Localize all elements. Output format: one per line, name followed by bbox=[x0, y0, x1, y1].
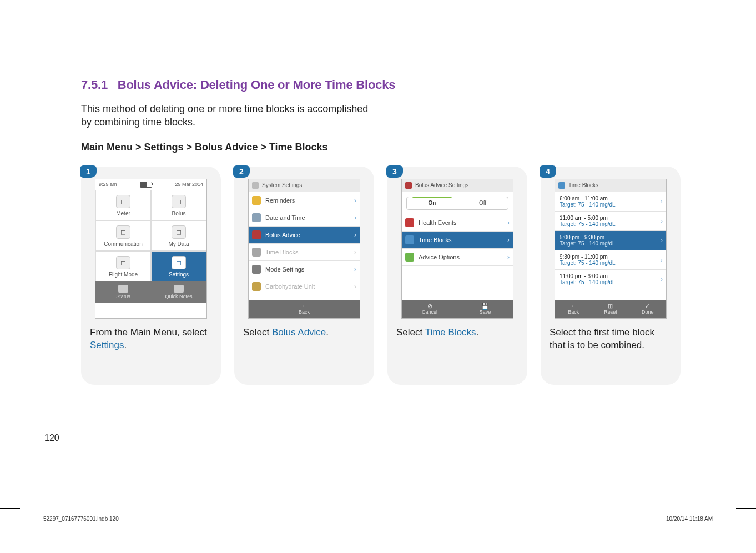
comm-icon: ◻ bbox=[116, 225, 130, 239]
chevron-right-icon: › bbox=[661, 237, 663, 244]
row-label: Advice Options bbox=[419, 254, 460, 260]
footer-save-button[interactable]: 💾Save bbox=[457, 300, 513, 318]
row-label: Health Events bbox=[419, 219, 456, 226]
row-label: Bolus Advice bbox=[265, 232, 300, 238]
mainmenu-settings[interactable]: ◻Settings bbox=[151, 251, 206, 281]
menu-item-bolus-advice[interactable]: Bolus Advice› bbox=[249, 227, 360, 244]
screen-time-blocks: Time Blocks 6:00 am - 11:00 amTarget: 75… bbox=[555, 179, 667, 319]
menu-item-health-events[interactable]: Health Events› bbox=[402, 214, 513, 232]
step-badge: 2 bbox=[233, 165, 250, 178]
menu-item-date-and-time[interactable]: Date and Time› bbox=[249, 209, 360, 227]
row-icon bbox=[252, 213, 261, 222]
time-block-row[interactable]: 11:00 pm - 6:00 amTarget: 75 - 140 mg/dL… bbox=[555, 270, 666, 289]
row-icon bbox=[252, 282, 261, 291]
mainmenu-label: Bolus bbox=[152, 210, 206, 217]
footer-reset-button[interactable]: ⊞Reset bbox=[592, 300, 629, 318]
menu-item-mode-settings[interactable]: Mode Settings› bbox=[249, 261, 360, 278]
time-block-target: Target: 75 - 140 mg/dL bbox=[560, 279, 662, 285]
step-badge: 4 bbox=[540, 165, 556, 178]
footer-back-button[interactable]: ←Back bbox=[555, 300, 592, 318]
chevron-right-icon: › bbox=[661, 256, 663, 264]
row-label: Time Blocks bbox=[265, 249, 299, 255]
on-off-toggle[interactable]: On Off bbox=[406, 197, 508, 210]
footer-done-button[interactable]: ✓Done bbox=[629, 300, 666, 318]
section-title: Bolus Advice: Deleting One or More Time … bbox=[118, 78, 396, 92]
chevron-right-icon: › bbox=[507, 253, 510, 261]
bottom-icon bbox=[174, 285, 184, 293]
menu-item-time-blocks[interactable]: Time Blocks› bbox=[402, 232, 513, 249]
row-label: Time Blocks bbox=[419, 237, 452, 243]
mainmenu-label: Meter bbox=[96, 210, 150, 217]
chevron-right-icon: › bbox=[661, 217, 663, 225]
time-block-target: Target: 75 - 140 mg/dL bbox=[560, 240, 662, 247]
mainmenu-my-data[interactable]: ◻My Data bbox=[151, 220, 206, 251]
menu-item-time-blocks: Time Blocks› bbox=[249, 244, 360, 261]
row-icon bbox=[252, 196, 261, 205]
menu-item-reminders[interactable]: Reminders› bbox=[249, 192, 360, 209]
step-1-caption: From the Main Menu, select Settings. bbox=[88, 326, 214, 352]
file-footer-left: 52297_07167776001.indb 120 bbox=[43, 516, 119, 522]
battery-icon bbox=[140, 182, 152, 188]
mainmenu-bottom-status[interactable]: Status bbox=[95, 281, 151, 303]
meter-icon: ◻ bbox=[116, 195, 130, 208]
row-label: Carbohydrate Unit bbox=[265, 283, 315, 290]
mainmenu-label: Settings bbox=[152, 272, 206, 278]
chevron-right-icon: › bbox=[354, 283, 356, 290]
row-icon bbox=[252, 248, 261, 257]
step-2-caption: Select Bolus Advice. bbox=[241, 326, 367, 339]
time-block-target: Target: 75 - 140 mg/dL bbox=[560, 202, 662, 208]
time-blocks-icon bbox=[558, 182, 565, 189]
menu-item-carbohydrate-unit: Carbohydrate Unit› bbox=[249, 278, 360, 295]
footer-icon: 💾 bbox=[457, 303, 513, 309]
mainmenu-meter[interactable]: ◻Meter bbox=[95, 190, 151, 220]
step-4: 4 Time Blocks 6:00 am - 11:00 amTarget: … bbox=[541, 167, 681, 385]
chevron-right-icon: › bbox=[661, 275, 663, 283]
screen-bolus-advice-settings: Bolus Advice Settings On Off Health Even… bbox=[401, 179, 513, 319]
mainmenu-bottom-quick-notes[interactable]: Quick Notes bbox=[151, 281, 206, 303]
step-3: 3 Bolus Advice Settings On Off Health Ev… bbox=[387, 167, 527, 385]
menu-item-advice-options[interactable]: Advice Options› bbox=[402, 249, 513, 266]
footer-icon: ✓ bbox=[629, 303, 666, 309]
step-3-caption: Select Time Blocks. bbox=[394, 326, 521, 339]
time-block-row[interactable]: 9:30 pm - 11:00 pmTarget: 75 - 140 mg/dL… bbox=[555, 250, 666, 270]
bolus-icon: ◻ bbox=[172, 195, 186, 208]
row-label: Mode Settings bbox=[265, 266, 304, 273]
time-block-range: 11:00 am - 5:00 pm bbox=[560, 215, 662, 221]
footer-icon: ← bbox=[249, 303, 360, 309]
mainmenu-flight-mode[interactable]: ◻Flight Mode bbox=[95, 251, 151, 281]
row-icon bbox=[252, 265, 261, 274]
mainmenu-communication[interactable]: ◻Communication bbox=[95, 220, 151, 251]
time-block-target: Target: 75 - 140 mg/dL bbox=[560, 221, 662, 227]
screen-title: Bolus Advice Settings bbox=[415, 182, 468, 188]
row-icon bbox=[405, 235, 414, 244]
toggle-on[interactable]: On bbox=[407, 197, 457, 209]
footer-cancel-button[interactable]: ⊘Cancel bbox=[402, 300, 457, 318]
chevron-right-icon: › bbox=[354, 231, 356, 239]
mainmenu-label: My Data bbox=[152, 241, 206, 247]
footer-back-button[interactable]: ←Back bbox=[249, 300, 360, 318]
settings-icon: ◻ bbox=[172, 256, 186, 269]
time-block-range: 6:00 am - 11:00 am bbox=[560, 195, 662, 202]
row-icon bbox=[405, 218, 414, 227]
page-content: 7.5.1 Bolus Advice: Deleting One or More… bbox=[81, 78, 681, 385]
intro-text: This method of deleting one or more time… bbox=[81, 102, 370, 129]
row-label: Date and Time bbox=[265, 214, 305, 221]
screen-main-menu: 9:29 am 29 Mar 2014 ◻Meter◻Bolus◻Communi… bbox=[95, 179, 207, 319]
mainmenu-bolus[interactable]: ◻Bolus bbox=[151, 190, 206, 220]
screen-title: Time Blocks bbox=[568, 182, 598, 188]
toggle-off[interactable]: Off bbox=[457, 197, 508, 209]
time-block-row[interactable]: 6:00 am - 11:00 amTarget: 75 - 140 mg/dL… bbox=[555, 192, 666, 212]
file-footer: 52297_07167776001.indb 120 10/20/14 11:1… bbox=[43, 516, 713, 522]
time-block-row[interactable]: 11:00 am - 5:00 pmTarget: 75 - 140 mg/dL… bbox=[555, 212, 666, 231]
mydata-icon: ◻ bbox=[172, 225, 186, 239]
chevron-right-icon: › bbox=[507, 236, 510, 244]
footer-icon: ← bbox=[555, 303, 592, 309]
bottom-icon bbox=[118, 285, 128, 293]
status-time: 9:29 am bbox=[99, 182, 117, 187]
step-badge: 1 bbox=[80, 165, 97, 178]
mainmenu-label: Communication bbox=[96, 241, 150, 247]
flight-icon: ◻ bbox=[116, 256, 130, 269]
file-footer-right: 10/20/14 11:18 AM bbox=[666, 516, 713, 522]
time-block-row[interactable]: 5:00 pm - 9:30 pmTarget: 75 - 140 mg/dL› bbox=[555, 231, 666, 250]
chevron-right-icon: › bbox=[354, 248, 356, 256]
